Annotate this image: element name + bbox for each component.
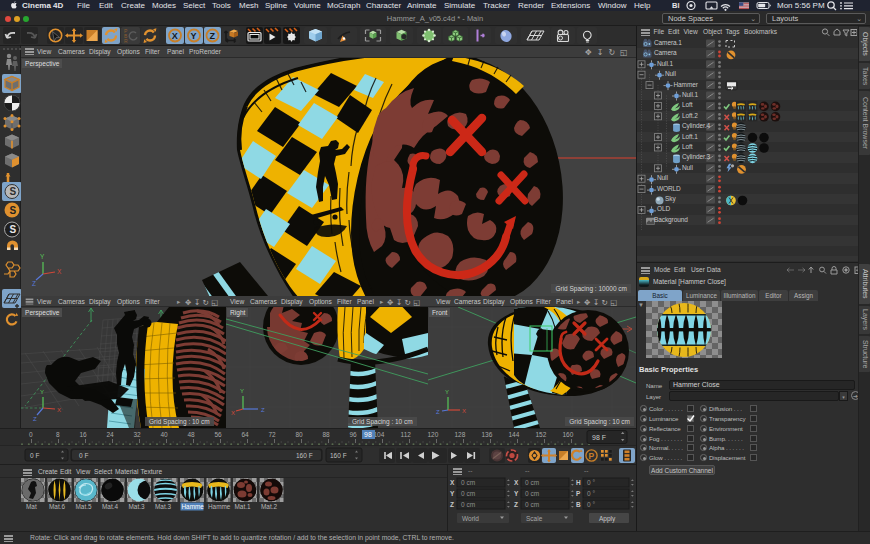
svg-text:S: S — [9, 186, 16, 197]
svg-text:72: 72 — [269, 431, 277, 438]
svg-text:X: X — [450, 479, 455, 486]
svg-text:120: 120 — [428, 431, 439, 438]
svg-text:Y: Y — [191, 31, 197, 41]
svg-text:88: 88 — [323, 431, 331, 438]
svg-text:Hamme: Hamme — [208, 503, 231, 510]
svg-text:Mat.2: Mat.2 — [261, 503, 277, 510]
svg-text:P: P — [589, 451, 595, 461]
svg-text:80: 80 — [296, 431, 304, 438]
svg-text:Mat.1: Mat.1 — [235, 503, 251, 510]
svg-text:Bl: Bl — [672, 1, 680, 10]
svg-text:X: X — [231, 410, 235, 416]
svg-text:B: B — [576, 501, 581, 508]
svg-text:R: R — [124, 38, 128, 44]
svg-text:160 F: 160 F — [296, 452, 313, 459]
svg-text:Y: Y — [40, 253, 45, 260]
svg-text:160 F: 160 F — [330, 452, 347, 459]
svg-text:Y: Y — [40, 389, 44, 395]
svg-text:0 cm: 0 cm — [461, 479, 475, 486]
svg-text:Y: Y — [445, 389, 449, 395]
svg-text:P: P — [576, 490, 581, 497]
svg-text:0 °: 0 ° — [587, 490, 595, 497]
svg-text:0 cm: 0 cm — [525, 490, 539, 497]
svg-text:0 °: 0 ° — [587, 479, 595, 486]
svg-text:0 F: 0 F — [79, 452, 88, 459]
svg-text:136: 136 — [482, 431, 493, 438]
svg-text:Mat.3: Mat.3 — [155, 503, 171, 510]
svg-text:0 °: 0 ° — [587, 501, 595, 508]
svg-text:98: 98 — [364, 431, 372, 438]
svg-text:Mat: Mat — [26, 503, 37, 510]
svg-text:144: 144 — [509, 431, 520, 438]
svg-text:Y: Y — [514, 490, 519, 497]
svg-text:H: H — [576, 479, 581, 486]
svg-text:128: 128 — [455, 431, 466, 438]
svg-text:152: 152 — [536, 431, 547, 438]
svg-text:0 F: 0 F — [30, 452, 39, 459]
svg-text:96: 96 — [350, 431, 358, 438]
svg-text:32: 32 — [134, 431, 142, 438]
svg-text:24: 24 — [107, 431, 115, 438]
svg-text:Mat.3: Mat.3 — [129, 503, 145, 510]
svg-text:S: S — [9, 205, 16, 216]
svg-text:Z: Z — [33, 416, 37, 422]
svg-text:Hamme: Hamme — [182, 503, 205, 510]
svg-text:8: 8 — [56, 431, 60, 438]
svg-text:16: 16 — [80, 431, 88, 438]
svg-text:160: 160 — [563, 431, 574, 438]
svg-text:X: X — [514, 479, 519, 486]
svg-text:Z: Z — [514, 501, 518, 508]
svg-text:48: 48 — [188, 431, 196, 438]
svg-text:X: X — [57, 407, 61, 413]
svg-text:98 F: 98 F — [592, 434, 606, 441]
svg-text:0 cm: 0 cm — [461, 501, 475, 508]
svg-text:Z: Z — [436, 409, 440, 415]
svg-text:Y: Y — [450, 490, 455, 497]
svg-text:World: World — [462, 515, 479, 522]
svg-text:Z: Z — [32, 280, 36, 287]
svg-text:X: X — [172, 31, 178, 41]
svg-text:Mat.6: Mat.6 — [49, 503, 65, 510]
svg-text:0 cm: 0 cm — [525, 501, 539, 508]
svg-text:Scale: Scale — [526, 515, 543, 522]
svg-text:56: 56 — [215, 431, 223, 438]
svg-text:Z: Z — [261, 407, 265, 413]
svg-text:Z: Z — [209, 31, 215, 41]
svg-text:Z: Z — [450, 501, 454, 508]
svg-text:X: X — [462, 408, 466, 414]
svg-text:0: 0 — [29, 431, 33, 438]
svg-text:64: 64 — [242, 431, 250, 438]
svg-text:S: S — [9, 224, 16, 235]
svg-text:0 cm: 0 cm — [525, 479, 539, 486]
svg-text:Apply: Apply — [599, 515, 616, 523]
svg-text:Mat.5: Mat.5 — [76, 503, 92, 510]
svg-text:Mat.4: Mat.4 — [102, 503, 118, 510]
svg-text:X: X — [57, 268, 62, 275]
svg-text:0 cm: 0 cm — [461, 490, 475, 497]
svg-text:40: 40 — [161, 431, 169, 438]
svg-text:Y: Y — [240, 388, 244, 394]
svg-text:104: 104 — [374, 431, 385, 438]
svg-text:112: 112 — [401, 431, 412, 438]
